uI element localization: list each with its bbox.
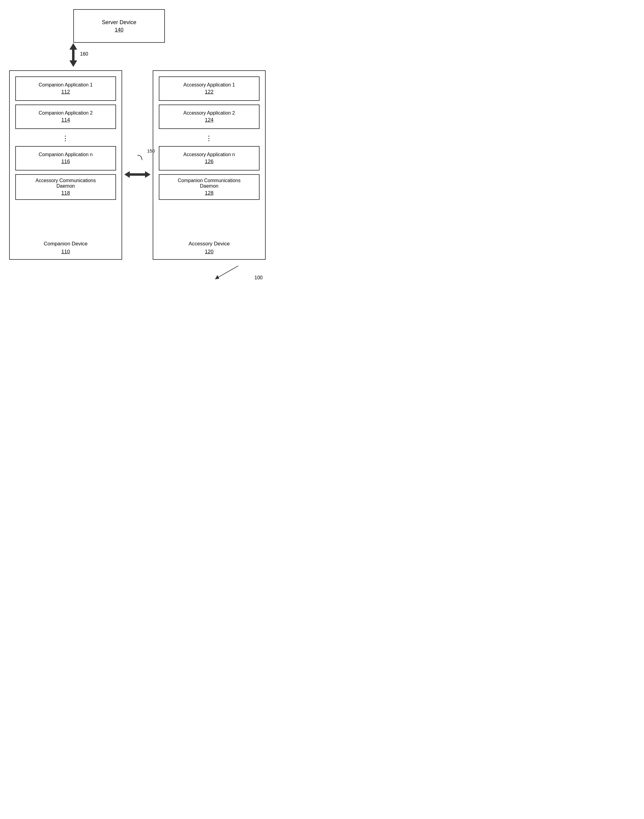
svg-marker-1: [70, 60, 77, 67]
accessory-device-box: Accessory Application 1 122 Accessory Ap…: [153, 70, 266, 260]
companion-device-label-area: Companion Device 110: [44, 238, 87, 255]
horizontal-arrow-container: 150: [122, 70, 153, 260]
vertical-arrow-svg: [64, 43, 83, 67]
svg-marker-0: [70, 43, 77, 49]
svg-rect-5: [129, 173, 146, 176]
companion-app-n-title: Companion Application n: [38, 152, 92, 157]
accessory-app-1-title: Accessory Application 1: [184, 82, 235, 88]
companion-app-1-box: Companion Application 1 112: [15, 77, 116, 101]
accessory-device-label: 120: [205, 249, 213, 255]
svg-marker-3: [124, 171, 130, 178]
svg-line-6: [217, 266, 238, 278]
arrow-160-label: 160: [80, 51, 96, 57]
vertical-arrow-area: 160: [64, 43, 266, 70]
server-device-label: 140: [115, 27, 123, 33]
companion-device-title: Companion Device: [44, 241, 87, 247]
companion-app-n-label: 116: [61, 158, 70, 165]
companion-app-2-box: Companion Application 2 114: [15, 104, 116, 129]
diagram: Server Device 140 160 Companion Applicat…: [9, 9, 266, 281]
svg-rect-2: [72, 49, 75, 61]
companion-app-2-label: 114: [61, 117, 70, 123]
svg-marker-4: [145, 171, 150, 178]
ref-area: 100: [9, 260, 266, 281]
accessory-app-n-label: 126: [205, 158, 213, 165]
ref-100-arrow: [211, 263, 247, 281]
companion-daemon-box: Accessory CommunicationsDaemon 118: [15, 174, 116, 200]
companion-device-box: Companion Application 1 112 Companion Ap…: [9, 70, 122, 260]
server-device-box: Server Device 140: [73, 9, 165, 43]
accessory-app-2-box: Accessory Application 2 124: [159, 104, 259, 129]
accessory-daemon-title: Companion CommunicationsDaemon: [178, 178, 240, 189]
companion-dots: ⋮: [62, 134, 69, 142]
accessory-daemon-box: Companion CommunicationsDaemon 128: [159, 174, 259, 200]
accessory-daemon-label: 128: [205, 190, 213, 196]
horizontal-arrow-svg: [124, 167, 151, 182]
companion-app-1-label: 112: [61, 89, 70, 95]
vertical-arrow: 160: [64, 43, 83, 67]
server-device-title: Server Device: [102, 19, 136, 26]
main-row: Companion Application 1 112 Companion Ap…: [9, 70, 266, 260]
accessory-device-title: Accessory Device: [189, 241, 230, 247]
companion-daemon-label: 118: [61, 190, 70, 196]
companion-app-n-box: Companion Application n 116: [15, 146, 116, 171]
accessory-app-1-box: Accessory Application 1 122: [159, 77, 259, 101]
arrow-150-curve: [125, 155, 150, 167]
companion-daemon-title: Accessory CommunicationsDaemon: [35, 178, 95, 189]
accessory-app-n-title: Accessory Application n: [184, 152, 235, 157]
accessory-app-1-label: 122: [205, 89, 213, 95]
accessory-dots: ⋮: [205, 134, 213, 142]
companion-app-1-title: Companion Application 1: [38, 82, 92, 88]
accessory-app-2-label: 124: [205, 117, 213, 123]
ref-100-label: 100: [255, 275, 262, 281]
accessory-device-label-area: Accessory Device 120: [189, 238, 230, 255]
companion-app-2-title: Companion Application 2: [38, 110, 92, 116]
accessory-app-2-title: Accessory Application 2: [184, 110, 235, 116]
accessory-app-n-box: Accessory Application n 126: [159, 146, 259, 171]
companion-device-label: 110: [61, 249, 70, 255]
